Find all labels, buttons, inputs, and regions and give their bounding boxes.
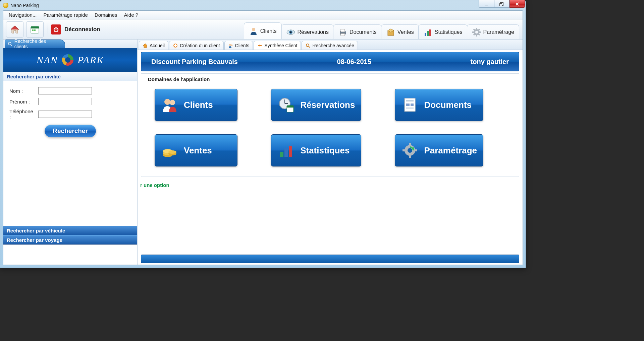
menu-domains[interactable]: Domaines <box>91 11 121 19</box>
synthese-icon <box>257 43 263 48</box>
accordion-civilite-header[interactable]: Rechercher par civilité <box>3 72 137 81</box>
toolbar-home-button[interactable] <box>6 21 23 38</box>
clients-tile-icon <box>161 96 178 114</box>
close-icon <box>515 2 519 6</box>
svg-line-28 <box>11 45 12 46</box>
svg-point-51 <box>168 150 176 154</box>
svg-point-27 <box>8 42 11 45</box>
tile-ventes[interactable]: Ventes <box>155 134 237 166</box>
menu-quick-settings[interactable]: Paramétrage rapide <box>40 11 91 19</box>
svg-rect-45 <box>411 104 414 106</box>
logout-button[interactable]: Déconnexion <box>51 24 100 35</box>
clients-icon <box>249 26 258 36</box>
ventes-tile-icon <box>161 142 178 159</box>
users-small-icon <box>228 43 233 48</box>
close-button[interactable] <box>509 0 525 8</box>
svg-rect-43 <box>406 100 414 101</box>
svg-rect-14 <box>425 33 426 36</box>
svg-rect-1 <box>31 26 39 28</box>
doc-tab-synthese[interactable]: Synthèse Client <box>254 41 301 50</box>
panel-title: Domaines de l'application <box>148 76 512 82</box>
sidebar: Recherche des clients NAN PARK Recherche… <box>3 40 138 265</box>
tab-ventes[interactable]: Ventes <box>381 24 419 39</box>
svg-line-24 <box>479 34 480 35</box>
tab-clients[interactable]: Clients <box>244 22 282 39</box>
window-controls <box>479 0 525 8</box>
svg-point-9 <box>290 31 291 33</box>
label-telephone: Téléphone : <box>9 109 36 120</box>
doc-tab-accueil[interactable]: Accueil <box>139 41 168 50</box>
settings-tile-icon <box>401 142 419 159</box>
sidebar-tab-search-clients[interactable]: Recherche des clients <box>5 40 65 48</box>
label-prenom: Prénom : <box>9 99 36 105</box>
titlebar[interactable]: Nano Parking <box>0 0 526 10</box>
tile-clients[interactable]: Clients <box>155 89 237 121</box>
logo: NAN PARK <box>3 48 137 72</box>
eye-icon <box>286 27 296 37</box>
gear-icon <box>472 27 481 37</box>
footer-bar <box>141 255 519 263</box>
input-nom[interactable] <box>38 87 92 94</box>
svg-point-30 <box>229 44 231 46</box>
doc-tab-creation-client[interactable]: Création d'un client <box>169 41 223 50</box>
app-window: Nano Parking Navigation... Paramétrage r… <box>0 0 526 268</box>
banner-user: tony gautier <box>471 58 509 66</box>
domains-panel: Domaines de l'application Clients Réserv… <box>141 73 519 177</box>
label-nom: Nom : <box>9 88 36 94</box>
svg-rect-11 <box>341 29 345 32</box>
search-button[interactable]: Rechercher <box>45 125 96 137</box>
main-content: Accueil Création d'un client Clients Syn… <box>138 40 523 265</box>
printer-icon <box>338 27 347 37</box>
svg-point-35 <box>164 99 170 105</box>
svg-rect-2 <box>32 29 34 31</box>
doc-tab-recherche-avancee[interactable]: Recherche avancée <box>302 41 358 50</box>
svg-rect-12 <box>341 33 345 36</box>
documents-tile-icon <box>401 96 419 114</box>
svg-rect-52 <box>280 152 283 157</box>
document-tabs: Accueil Création d'un client Clients Syn… <box>138 40 523 50</box>
banner: Discount Parking Beauvais 08-06-2015 ton… <box>141 52 519 71</box>
svg-point-18 <box>475 31 478 33</box>
menubar: Navigation... Paramétrage rapide Domaine… <box>3 11 523 19</box>
toolbar: Déconnexion Clients Réservations Documen… <box>3 19 523 40</box>
svg-rect-53 <box>284 148 288 157</box>
doc-tab-clients[interactable]: Clients <box>224 41 253 50</box>
accordion-voyage-header[interactable]: Rechercher par voyage <box>3 235 137 245</box>
svg-rect-15 <box>427 31 429 36</box>
add-user-icon <box>173 43 178 48</box>
tab-statistiques[interactable]: Statistiques <box>418 24 468 39</box>
box-icon <box>386 27 395 37</box>
minimize-button[interactable] <box>479 0 494 8</box>
tile-parametrage[interactable]: Paramétrage <box>395 134 483 166</box>
menu-navigation[interactable]: Navigation... <box>5 11 40 19</box>
home-small-icon <box>143 43 148 48</box>
window-title: Nano Parking <box>10 3 39 8</box>
input-prenom[interactable] <box>38 98 92 105</box>
svg-point-36 <box>170 100 175 105</box>
calendar-icon <box>30 24 40 35</box>
svg-rect-41 <box>287 106 293 108</box>
tab-documents[interactable]: Documents <box>333 24 382 39</box>
svg-point-56 <box>408 148 412 153</box>
home-icon <box>9 24 20 35</box>
svg-point-33 <box>306 44 309 47</box>
tile-statistiques[interactable]: Statistiques <box>271 134 361 166</box>
banner-company: Discount Parking Beauvais <box>151 58 238 66</box>
svg-point-6 <box>252 28 255 31</box>
menu-help[interactable]: Aide ? <box>121 11 142 19</box>
accordion-civilite-body: Nom : Prénom : Téléphone : Rechercher <box>3 81 137 226</box>
maximize-button[interactable] <box>494 0 509 8</box>
svg-rect-44 <box>406 104 410 106</box>
banner-date: 08-06-2015 <box>337 58 371 66</box>
svg-rect-3 <box>34 29 36 31</box>
search-icon <box>8 42 12 46</box>
tile-documents[interactable]: Documents <box>395 89 483 121</box>
input-telephone[interactable] <box>38 111 92 118</box>
toolbar-calendar-button[interactable] <box>26 21 44 38</box>
content-panel: Discount Parking Beauvais 08-06-2015 ton… <box>138 50 523 265</box>
tab-parametrage[interactable]: Paramétrage <box>467 24 520 39</box>
accordion-vehicule-header[interactable]: Rechercher par véhicule <box>3 226 137 235</box>
tab-reservations[interactable]: Réservations <box>281 24 334 39</box>
module-tabs: Clients Réservations Documents Ventes St… <box>245 22 519 39</box>
tile-reservations[interactable]: Réservations <box>271 89 361 121</box>
